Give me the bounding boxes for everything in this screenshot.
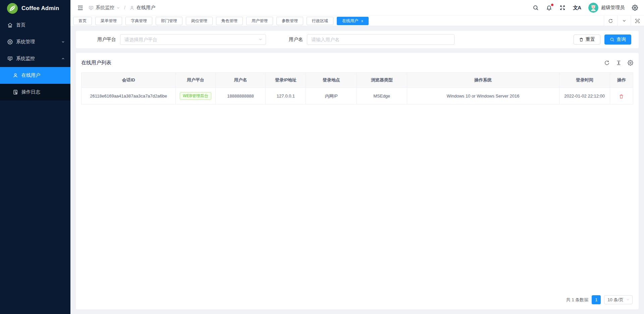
tab-dict-management[interactable]: 字典管理: [125, 17, 152, 25]
table-header-row: 会话ID 用户平台 用户名 登录IP地址 登录地点 浏览器类型 操作系统 登录时…: [82, 73, 633, 88]
search-icon[interactable]: [533, 5, 539, 11]
col-login-ip: 登录IP地址: [266, 73, 306, 88]
user-icon: [129, 5, 135, 10]
settings-gear-icon[interactable]: [632, 5, 638, 11]
sidebar-item-label: 在线用户: [21, 72, 65, 78]
sidebar-menu: 首页 系统管理 系统监控: [0, 17, 70, 101]
tab-role-management[interactable]: 角色管理: [216, 17, 243, 25]
tab-menu-management[interactable]: 菜单管理: [95, 17, 122, 25]
tab-dept-management[interactable]: 部门管理: [156, 17, 182, 25]
username-label: 用户名: [289, 37, 303, 43]
sidebar-item-label: 系统管理: [16, 39, 58, 45]
reset-button[interactable]: 重置: [574, 35, 600, 45]
user-icon: [13, 73, 18, 78]
avatar: [588, 3, 598, 13]
tab-close-icon[interactable]: x: [361, 19, 363, 23]
sidebar-item-system-monitor[interactable]: 系统监控: [0, 50, 70, 67]
tab-online-users-active[interactable]: 在线用户 x: [337, 17, 369, 25]
cell-username: 18888888888: [215, 88, 266, 105]
username-form-item: 用户名: [289, 34, 454, 45]
current-user-name: 超级管理员: [601, 5, 625, 11]
breadcrumb-parent[interactable]: 系统监控: [96, 5, 114, 11]
col-platform: 用户平台: [176, 73, 215, 88]
sidebar-item-home[interactable]: 首页: [0, 17, 70, 34]
col-os: 操作系统: [407, 73, 559, 88]
app-logo[interactable]: Coffee Admin: [0, 0, 70, 17]
tab-param-management[interactable]: 参数管理: [276, 17, 303, 25]
card-title: 在线用户列表: [81, 60, 111, 66]
tab-user-management[interactable]: 用户管理: [246, 17, 273, 25]
chevron-down-icon[interactable]: [116, 6, 120, 10]
username-input[interactable]: [307, 34, 454, 45]
chevron-up-icon: [61, 57, 65, 61]
fullscreen-expand-icon[interactable]: [559, 5, 566, 11]
page-size-select[interactable]: 10 条/页: [604, 295, 633, 304]
col-session-id: 会话ID: [82, 73, 176, 88]
breadcrumb-current: 在线用户: [137, 5, 155, 11]
chevron-down-icon[interactable]: [617, 16, 631, 26]
menu-fold-icon[interactable]: [74, 2, 86, 13]
tab-post-management[interactable]: 岗位管理: [186, 17, 213, 25]
tab-label: 在线用户: [342, 18, 358, 24]
card-tools: [604, 60, 633, 66]
table-row: 26118e6169aa41a387aa3ca7a7d2a6be WEB管理后台…: [82, 88, 633, 105]
tab-actions: [604, 16, 644, 26]
page-size-value: 10 条/页: [607, 297, 624, 303]
settings-gear-icon[interactable]: [628, 60, 633, 66]
search-filter-card: 用户平台 用户名: [76, 31, 639, 48]
breadcrumb-separator: /: [124, 5, 125, 10]
navbar-actions: 文A 超级管理员: [533, 3, 638, 13]
trash-icon: [579, 37, 584, 42]
cell-os: Windows 10 or Windows Server 2016: [407, 88, 559, 105]
monitor-icon: [89, 5, 94, 10]
breadcrumb: 系统监控 / 在线用户: [89, 5, 155, 11]
chevron-down-icon: [61, 40, 65, 44]
sidebar-item-online-users[interactable]: 在线用户: [0, 67, 70, 84]
cell-actions: [610, 88, 633, 105]
cell-login-location: 内网IP: [306, 88, 357, 105]
main-area: 系统监控 / 在线用户: [70, 0, 644, 314]
refresh-icon[interactable]: [604, 16, 617, 26]
online-users-card: 在线用户列表: [76, 53, 639, 309]
gear-icon: [7, 39, 13, 45]
fullscreen-rect-icon[interactable]: [631, 16, 644, 26]
cell-browser: MSEdge: [357, 88, 407, 105]
sidebar-item-label: 系统监控: [16, 56, 58, 62]
cell-login-ip: 127.0.0.1: [266, 88, 306, 105]
log-document-icon: [13, 89, 18, 95]
content-area: 用户平台 用户名: [70, 26, 644, 314]
cell-platform: WEB管理后台: [176, 88, 215, 105]
platform-tag: WEB管理后台: [180, 92, 211, 100]
translate-icon[interactable]: 文A: [573, 5, 581, 11]
platform-select[interactable]: [120, 34, 266, 45]
page-tabs-bar: 首页 菜单管理 字典管理 部门管理 岗位管理 角色管理 用户管理 参数管理 行政…: [70, 16, 644, 26]
sidebar-item-label: 首页: [16, 22, 65, 28]
row-height-icon[interactable]: [616, 60, 622, 66]
col-login-time: 登录时间: [559, 73, 610, 88]
delete-row-icon[interactable]: [619, 94, 624, 99]
page-number-1[interactable]: 1: [592, 295, 601, 304]
monitor-icon: [7, 56, 13, 61]
card-header: 在线用户列表: [81, 53, 633, 72]
col-browser: 浏览器类型: [357, 73, 407, 88]
app-root: Coffee Admin 首页 系统管理: [0, 0, 644, 314]
sidebar-item-label: 操作日志: [21, 89, 65, 95]
notification-badge-dot: [551, 4, 553, 6]
page-tabs: 首页 菜单管理 字典管理 部门管理 岗位管理 角色管理 用户管理 参数管理 行政…: [73, 17, 604, 25]
user-menu[interactable]: 超级管理员: [588, 3, 625, 13]
tab-admin-region[interactable]: 行政区域: [307, 17, 333, 25]
sidebar-item-operation-logs[interactable]: 操作日志: [0, 84, 70, 101]
search-button[interactable]: 查询: [604, 35, 631, 45]
tab-home[interactable]: 首页: [73, 17, 92, 25]
pagination: 共 1 条数据 1 10 条/页: [81, 291, 633, 309]
app-title: Coffee Admin: [21, 5, 59, 12]
search-icon: [610, 37, 614, 42]
sidebar-item-system-management[interactable]: 系统管理: [0, 34, 70, 50]
sidebar: Coffee Admin 首页 系统管理: [0, 0, 70, 314]
col-actions: 操作: [610, 73, 633, 88]
notification-bell-icon[interactable]: [546, 5, 552, 11]
col-login-location: 登录地点: [306, 73, 357, 88]
refresh-icon[interactable]: [604, 60, 610, 66]
chevron-down-icon: [626, 298, 630, 302]
sidebar-submenu-monitor: 在线用户 操作日志: [0, 67, 70, 101]
